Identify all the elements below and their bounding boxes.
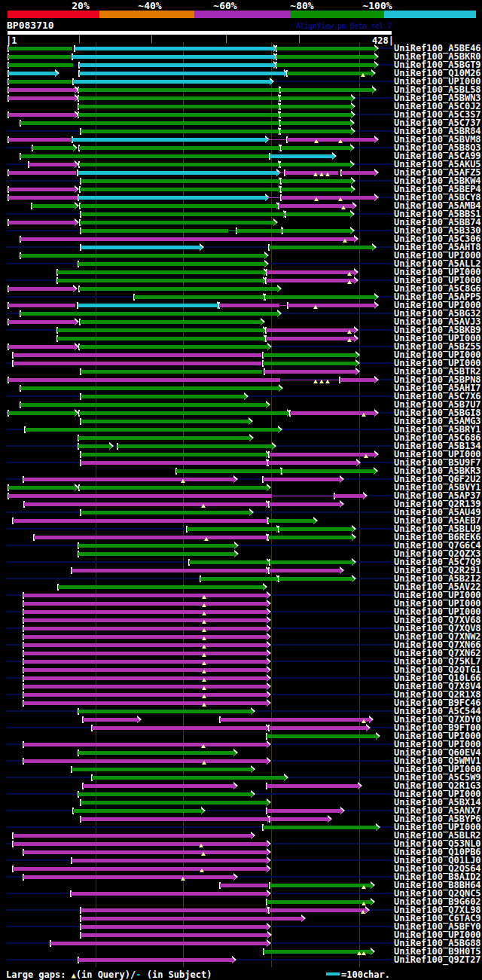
- scale-bar-sample-icon: [326, 972, 340, 975]
- arrowhead-icon: [233, 875, 236, 881]
- gap-marker-icon: [202, 637, 206, 640]
- arrowhead-icon: [267, 692, 270, 698]
- hsp-bar: [266, 328, 354, 332]
- arrowhead-icon: [267, 701, 270, 707]
- gap-marker-icon: [347, 280, 352, 284]
- hsp-bar: [78, 436, 249, 440]
- hsp-bar: [32, 204, 75, 208]
- hsp-bar: [78, 196, 265, 200]
- hsp-bar: [8, 113, 75, 117]
- gap-marker-icon: [202, 603, 206, 607]
- hsp-bar: [13, 519, 267, 523]
- arrowhead-icon: [267, 609, 270, 615]
- hsp-bar: [280, 96, 351, 100]
- gap-marker-icon: [181, 877, 185, 881]
- hsp-bar: [81, 179, 279, 183]
- hsp-bar: [78, 792, 251, 796]
- hsp-bar: [269, 246, 372, 249]
- arrowhead-icon: [267, 651, 270, 657]
- hsp-bar: [270, 560, 352, 564]
- hsp-bar: [268, 519, 313, 523]
- hsp-bar: [281, 188, 351, 191]
- hsp-bar: [8, 494, 272, 498]
- hsp-bar: [267, 784, 358, 788]
- hsp-bar: [134, 295, 263, 299]
- hsp-thin-line: [267, 197, 280, 198]
- arrowhead-icon: [267, 866, 270, 872]
- arrowhead-icon: [264, 253, 267, 259]
- hsp-bar: [78, 96, 278, 100]
- arrowhead-icon: [374, 303, 377, 309]
- hsp-bar: [8, 171, 76, 175]
- hsp-bar: [220, 718, 369, 722]
- hsp-bar: [287, 72, 371, 75]
- hsp-bar: [23, 759, 267, 763]
- hsp-bar: [270, 154, 332, 158]
- hsp-bar: [78, 552, 234, 556]
- gap-marker-icon: [314, 139, 319, 143]
- hsp-bar: [187, 527, 276, 531]
- hsp-bar: [285, 212, 350, 216]
- arrowhead-icon: [277, 311, 280, 317]
- hsp-bar: [8, 63, 73, 67]
- arrowhead-icon: [374, 46, 377, 52]
- scale-percent-label: ~80%: [290, 0, 313, 11]
- hsp-bar: [264, 950, 371, 954]
- gap-marker-icon: [202, 686, 206, 690]
- hsp-bar: [72, 859, 267, 862]
- hsp-bar: [78, 958, 232, 962]
- hsp-bar: [23, 643, 267, 647]
- gap-marker-icon: [343, 239, 347, 243]
- hsp-bar: [23, 875, 233, 879]
- arrowhead-icon: [278, 427, 281, 433]
- hsp-bar: [23, 668, 267, 672]
- hit-label[interactable]: UniRef100_Q9ZT27: [394, 956, 481, 964]
- hsp-bar: [23, 701, 267, 705]
- hsp-bar: [269, 569, 340, 572]
- arrowhead-icon: [261, 319, 264, 325]
- arrowhead-icon: [249, 435, 252, 441]
- hsp-bar: [78, 171, 276, 175]
- hsp-bar: [176, 469, 280, 473]
- hsp-bar: [276, 55, 374, 59]
- gap-marker-icon: [202, 678, 206, 682]
- hsp-bar: [34, 536, 266, 539]
- scale-segment: [290, 11, 384, 18]
- hsp-bar: [263, 826, 376, 829]
- arrowhead-icon: [267, 841, 270, 847]
- arrowhead-icon: [55, 71, 58, 77]
- hsp-bar: [8, 188, 75, 191]
- arrowhead-icon: [374, 377, 377, 383]
- alignment-row[interactable]: UniRef100_Q9ZT27: [0, 956, 482, 964]
- hsp-bar: [23, 635, 267, 639]
- hsp-bar: [81, 917, 301, 920]
- gap-marker-icon: [362, 413, 366, 417]
- ruler-tick: [299, 35, 300, 43]
- hsp-bar: [263, 478, 340, 481]
- hsp-bar: [79, 486, 267, 490]
- gap-marker-icon: [181, 479, 185, 483]
- hsp-bar: [281, 146, 350, 150]
- hsp-thin-line: [281, 380, 339, 380]
- arrowhead-icon: [350, 212, 353, 218]
- hsp-bar: [268, 536, 352, 539]
- arrowhead-icon: [73, 286, 76, 292]
- hsp-bar: [13, 842, 267, 846]
- arrowhead-icon: [267, 933, 270, 939]
- arrowhead-icon: [267, 941, 270, 947]
- arrowhead-icon: [75, 162, 78, 168]
- hsp-bar: [80, 320, 261, 324]
- arrowhead-icon: [279, 386, 282, 392]
- hsp-bar: [200, 577, 276, 581]
- arrowhead-icon: [374, 411, 377, 417]
- gap-marker-icon: [319, 380, 324, 383]
- hsp-bar: [285, 171, 338, 175]
- arrowhead-icon: [244, 394, 247, 400]
- arrowhead-icon: [75, 187, 78, 193]
- arrowhead-icon: [233, 477, 236, 483]
- hsp-thin-line: [279, 172, 284, 173]
- arrowhead-icon: [267, 634, 270, 640]
- arrowhead-icon: [233, 783, 236, 789]
- hsp-bar: [81, 925, 267, 929]
- query-id: BP083710: [7, 20, 54, 31]
